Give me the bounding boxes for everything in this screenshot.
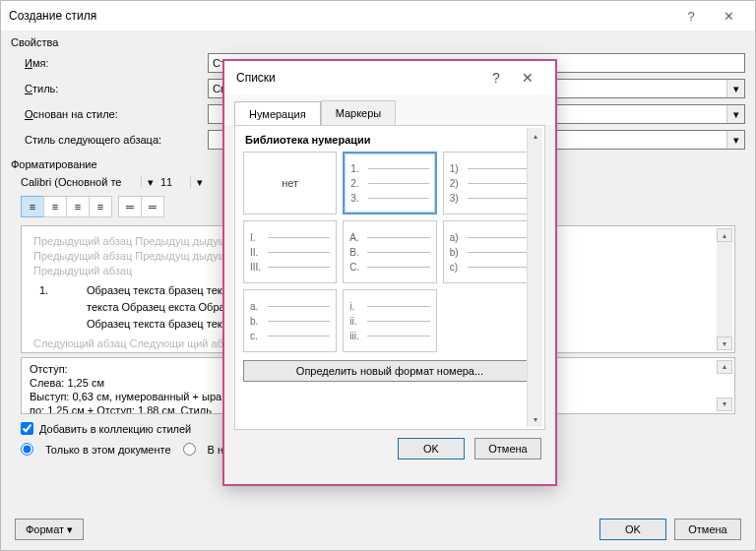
spacing-1-button[interactable]: ═ bbox=[118, 196, 142, 217]
lists-body: Библиотека нумерации нет 1. 2. 3. 1) 2) … bbox=[234, 125, 545, 430]
cell-lower-alpha-dot[interactable]: a. b. c. bbox=[243, 289, 337, 352]
number-grid: нет 1. 2. 3. 1) 2) 3) I. II. III. A. B. … bbox=[243, 152, 536, 352]
label-style: Стиль: bbox=[11, 83, 208, 94]
cell-1dot[interactable]: 1. 2. 3. bbox=[343, 152, 436, 214]
cell-lower-roman[interactable]: i. ii. iii. bbox=[343, 289, 436, 352]
chevron-down-icon: ▾ bbox=[726, 105, 744, 123]
label-based: Основан на стиле: bbox=[11, 108, 208, 120]
lists-ok-button[interactable]: OK bbox=[398, 438, 465, 459]
spacing-2-button[interactable]: ═ bbox=[141, 196, 164, 217]
cancel-button[interactable]: Отмена bbox=[674, 519, 741, 540]
lists-dialog: Списки ? ✕ Нумерация Маркеры Библиотека … bbox=[222, 59, 557, 486]
preview-scrollbar[interactable]: ▴▾ bbox=[717, 228, 732, 350]
tab-bullets[interactable]: Маркеры bbox=[321, 100, 397, 125]
ok-button[interactable]: OK bbox=[599, 519, 666, 540]
lists-scrollbar[interactable]: ▴▾ bbox=[527, 128, 542, 427]
help-button[interactable]: ? bbox=[672, 3, 710, 29]
chevron-down-icon: ▾ bbox=[726, 131, 744, 149]
titlebar: Создание стиля ? ✕ bbox=[1, 1, 755, 31]
align-center-button[interactable]: ≡ bbox=[43, 196, 67, 217]
cell-none[interactable]: нет bbox=[243, 152, 337, 214]
chevron-down-icon: ▾ bbox=[190, 176, 208, 188]
only-doc-label: Только в этом документе bbox=[45, 444, 171, 456]
bottom-bar: Формат ▾ OK Отмена bbox=[1, 509, 755, 550]
dialog-title: Создание стиля bbox=[9, 9, 672, 23]
cell-lower-alpha-paren[interactable]: a) b) c) bbox=[443, 220, 536, 283]
cell-roman[interactable]: I. II. III. bbox=[243, 220, 337, 283]
define-new-format-button[interactable]: Определить новый формат номера... bbox=[243, 360, 536, 382]
tab-numbering[interactable]: Нумерация bbox=[234, 101, 321, 126]
align-justify-button[interactable]: ≡ bbox=[89, 196, 112, 217]
label-name: Имя: bbox=[11, 57, 208, 69]
lists-cancel-button[interactable]: Отмена bbox=[474, 438, 541, 459]
lists-title: Списки bbox=[236, 71, 480, 85]
library-header: Библиотека нумерации bbox=[245, 134, 536, 146]
lists-titlebar: Списки ? ✕ bbox=[224, 61, 555, 94]
info-scrollbar[interactable]: ▴▾ bbox=[717, 360, 732, 411]
only-doc-radio[interactable] bbox=[21, 443, 33, 456]
new-docs-radio[interactable] bbox=[183, 443, 196, 456]
section-properties: Свойства bbox=[1, 31, 755, 50]
chevron-down-icon: ▾ bbox=[141, 176, 158, 188]
font-combo[interactable]: Calibri (Основной те▾ bbox=[21, 176, 158, 188]
size-combo[interactable]: 11▾ bbox=[160, 176, 208, 188]
label-next: Стиль следующего абзаца: bbox=[11, 134, 208, 146]
align-right-button[interactable]: ≡ bbox=[66, 196, 90, 217]
lists-close-button[interactable]: ✕ bbox=[512, 64, 543, 92]
add-collection-label: Добавить в коллекцию стилей bbox=[39, 423, 191, 435]
chevron-down-icon: ▾ bbox=[726, 80, 744, 97]
add-collection-checkbox[interactable] bbox=[21, 422, 33, 435]
lists-help-button[interactable]: ? bbox=[480, 64, 512, 92]
lists-bottom: OK Отмена bbox=[224, 438, 555, 459]
align-left-button[interactable]: ≡ bbox=[21, 196, 44, 217]
lists-tabs: Нумерация Маркеры bbox=[224, 94, 555, 125]
cell-upper-alpha[interactable]: A. B. C. bbox=[343, 220, 436, 283]
cell-1paren[interactable]: 1) 2) 3) bbox=[443, 152, 536, 214]
close-button[interactable]: ✕ bbox=[710, 3, 747, 29]
format-menu-button[interactable]: Формат ▾ bbox=[15, 519, 84, 540]
